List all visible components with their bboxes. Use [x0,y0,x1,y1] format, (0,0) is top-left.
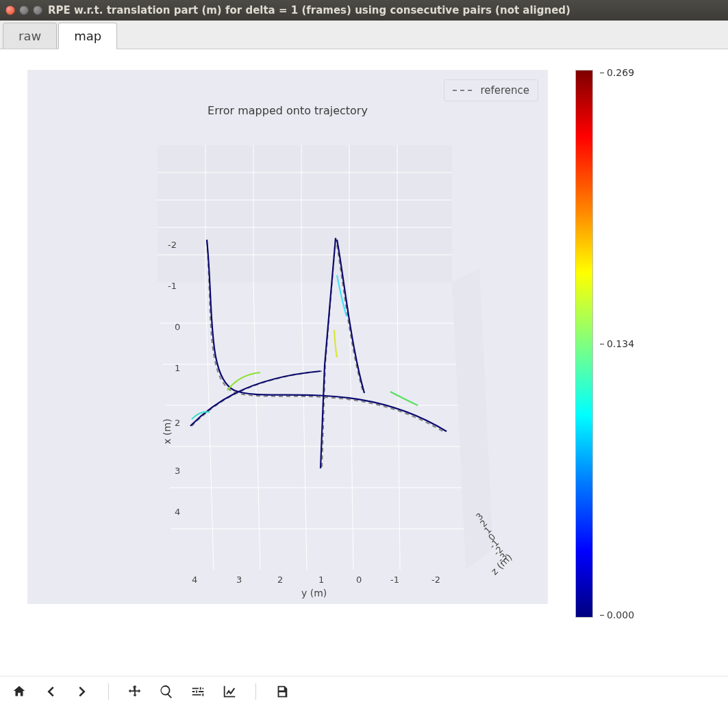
save-icon [275,684,290,699]
chart-line-icon [222,684,237,699]
x-tick: 3 [175,466,180,476]
window-titlebar: RPE w.r.t. translation part (m) for delt… [0,0,728,21]
tab-bar: raw map [0,21,728,49]
move-icon [127,684,142,699]
window-maximize-button[interactable] [33,5,42,15]
x-tick: 0 [175,322,180,332]
pan-button[interactable] [127,683,143,700]
y-tick: 0 [356,575,362,585]
tab-raw[interactable]: raw [3,23,57,49]
home-icon [12,684,27,699]
toolbar-separator [108,683,109,700]
svg-marker-10 [158,282,466,570]
home-button[interactable] [11,683,27,700]
colorbar-gradient [575,70,593,618]
y-tick: -2 [431,575,440,585]
matplotlib-toolbar [0,676,728,706]
plot-3d-axes[interactable]: Error mapped onto trajectory reference [27,70,548,604]
x-tick: -2 [168,240,177,250]
colorbar-min-label: 0.000 [600,609,634,620]
x-tick: 4 [175,507,180,517]
sliders-icon [190,684,205,699]
y-tick: 1 [318,575,324,585]
magnify-icon [159,684,174,699]
x-tick: -1 [168,281,177,291]
save-button[interactable] [274,683,290,700]
configure-subplots-button[interactable] [190,683,206,700]
colorbar: 0.269 0.134 0.000 [575,70,630,618]
forward-button[interactable] [74,683,90,700]
x-tick: 2 [175,418,180,428]
window-controls [5,5,42,15]
y-axis-label: y (m) [301,588,327,598]
zoom-button[interactable] [158,683,175,700]
x-tick: 1 [175,363,180,373]
colorbar-mid-label: 0.134 [600,338,634,349]
y-tick: 4 [192,575,197,585]
colorbar-max-label: 0.269 [600,67,634,78]
x-axis-label: x (m) [162,418,173,444]
window-title: RPE w.r.t. translation part (m) for delt… [48,4,570,16]
plot-svg [27,70,548,604]
toolbar-separator [255,683,256,700]
y-tick: 2 [277,575,283,585]
edit-axis-button[interactable] [221,683,238,700]
y-tick: -1 [390,575,399,585]
tab-map[interactable]: map [58,23,117,49]
back-button[interactable] [42,683,59,700]
plot-canvas[interactable]: Error mapped onto trajectory reference [0,49,728,676]
arrow-right-icon [75,684,90,699]
svg-rect-0 [158,145,452,282]
window-close-button[interactable] [5,5,15,15]
y-tick: 3 [236,575,242,585]
window-minimize-button[interactable] [19,5,29,15]
arrow-left-icon [43,684,58,699]
